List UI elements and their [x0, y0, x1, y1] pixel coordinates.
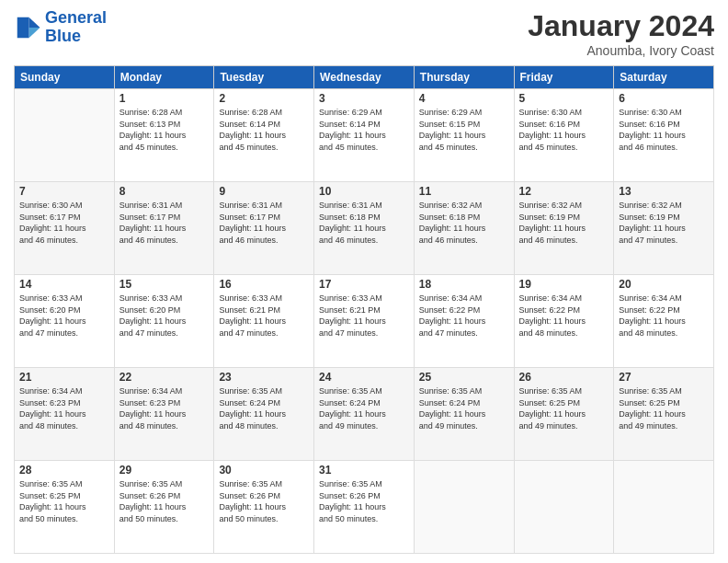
calendar-header-friday: Friday: [514, 66, 614, 89]
day-details: Sunrise: 6:30 AMSunset: 6:16 PMDaylight:…: [619, 107, 709, 153]
calendar-header-thursday: Thursday: [414, 66, 514, 89]
day-number: 28: [19, 464, 109, 477]
calendar-cell: 23Sunrise: 6:35 AMSunset: 6:24 PMDayligh…: [214, 368, 314, 461]
day-details: Sunrise: 6:35 AMSunset: 6:24 PMDaylight:…: [319, 385, 409, 431]
day-details: Sunrise: 6:34 AMSunset: 6:23 PMDaylight:…: [119, 385, 210, 431]
calendar-week-row: 28Sunrise: 6:35 AMSunset: 6:25 PMDayligh…: [15, 461, 714, 554]
calendar-cell: [614, 461, 714, 554]
day-number: 9: [219, 185, 309, 198]
calendar-cell: 11Sunrise: 6:32 AMSunset: 6:18 PMDayligh…: [414, 182, 514, 275]
day-number: 15: [119, 278, 210, 291]
calendar-cell: 16Sunrise: 6:33 AMSunset: 6:21 PMDayligh…: [214, 275, 314, 368]
calendar-cell: 10Sunrise: 6:31 AMSunset: 6:18 PMDayligh…: [314, 182, 415, 275]
day-number: 29: [119, 464, 210, 477]
day-number: 18: [419, 278, 509, 291]
day-number: 10: [319, 185, 409, 198]
day-number: 27: [619, 371, 709, 384]
day-details: Sunrise: 6:35 AMSunset: 6:26 PMDaylight:…: [319, 478, 409, 524]
day-number: 19: [519, 278, 609, 291]
day-details: Sunrise: 6:34 AMSunset: 6:23 PMDaylight:…: [19, 385, 109, 431]
day-details: Sunrise: 6:29 AMSunset: 6:15 PMDaylight:…: [419, 107, 509, 153]
calendar-cell: 9Sunrise: 6:31 AMSunset: 6:17 PMDaylight…: [214, 182, 314, 275]
day-details: Sunrise: 6:32 AMSunset: 6:19 PMDaylight:…: [519, 200, 609, 246]
day-number: 26: [519, 371, 609, 384]
calendar-cell: 12Sunrise: 6:32 AMSunset: 6:19 PMDayligh…: [514, 182, 614, 275]
day-details: Sunrise: 6:35 AMSunset: 6:25 PMDaylight:…: [519, 385, 609, 431]
calendar-cell: 29Sunrise: 6:35 AMSunset: 6:26 PMDayligh…: [114, 461, 214, 554]
day-details: Sunrise: 6:34 AMSunset: 6:22 PMDaylight:…: [519, 293, 609, 339]
logo-text: General Blue: [45, 9, 107, 46]
day-details: Sunrise: 6:31 AMSunset: 6:17 PMDaylight:…: [119, 200, 210, 246]
calendar-cell: 24Sunrise: 6:35 AMSunset: 6:24 PMDayligh…: [314, 368, 415, 461]
svg-marker-0: [29, 17, 40, 28]
calendar-cell: 4Sunrise: 6:29 AMSunset: 6:15 PMDaylight…: [414, 89, 514, 182]
calendar-cell: 17Sunrise: 6:33 AMSunset: 6:21 PMDayligh…: [314, 275, 415, 368]
logo-line1: General: [45, 8, 107, 27]
calendar-cell: [514, 461, 614, 554]
calendar-cell: 18Sunrise: 6:34 AMSunset: 6:22 PMDayligh…: [414, 275, 514, 368]
logo-line2: Blue: [45, 27, 81, 45]
day-details: Sunrise: 6:35 AMSunset: 6:24 PMDaylight:…: [419, 385, 509, 431]
calendar-week-row: 7Sunrise: 6:30 AMSunset: 6:17 PMDaylight…: [15, 182, 714, 275]
day-details: Sunrise: 6:30 AMSunset: 6:17 PMDaylight:…: [19, 200, 109, 246]
day-number: 11: [419, 185, 509, 198]
calendar-cell: 31Sunrise: 6:35 AMSunset: 6:26 PMDayligh…: [314, 461, 415, 554]
title-block: January 2024 Anoumba, Ivory Coast: [528, 9, 714, 58]
calendar-cell: 28Sunrise: 6:35 AMSunset: 6:25 PMDayligh…: [15, 461, 115, 554]
logo: General Blue: [14, 9, 107, 46]
day-details: Sunrise: 6:33 AMSunset: 6:20 PMDaylight:…: [19, 293, 109, 339]
day-number: 7: [19, 185, 109, 198]
calendar-week-row: 1Sunrise: 6:28 AMSunset: 6:13 PMDaylight…: [15, 89, 714, 182]
calendar-week-row: 14Sunrise: 6:33 AMSunset: 6:20 PMDayligh…: [15, 275, 714, 368]
calendar-cell: 7Sunrise: 6:30 AMSunset: 6:17 PMDaylight…: [15, 182, 115, 275]
day-details: Sunrise: 6:35 AMSunset: 6:26 PMDaylight:…: [219, 478, 309, 524]
calendar-header-tuesday: Tuesday: [214, 66, 314, 89]
calendar-cell: 19Sunrise: 6:34 AMSunset: 6:22 PMDayligh…: [514, 275, 614, 368]
day-number: 20: [619, 278, 709, 291]
svg-rect-2: [17, 17, 29, 39]
calendar-cell: 8Sunrise: 6:31 AMSunset: 6:17 PMDaylight…: [114, 182, 214, 275]
day-details: Sunrise: 6:28 AMSunset: 6:13 PMDaylight:…: [119, 107, 210, 153]
day-details: Sunrise: 6:30 AMSunset: 6:16 PMDaylight:…: [519, 107, 609, 153]
day-number: 23: [219, 371, 309, 384]
day-details: Sunrise: 6:35 AMSunset: 6:25 PMDaylight:…: [619, 385, 709, 431]
day-details: Sunrise: 6:33 AMSunset: 6:20 PMDaylight:…: [119, 293, 210, 339]
day-details: Sunrise: 6:34 AMSunset: 6:22 PMDaylight:…: [619, 293, 709, 339]
calendar-cell: 6Sunrise: 6:30 AMSunset: 6:16 PMDaylight…: [614, 89, 714, 182]
day-number: 1: [119, 92, 210, 105]
calendar-cell: [414, 461, 514, 554]
day-details: Sunrise: 6:29 AMSunset: 6:14 PMDaylight:…: [319, 107, 409, 153]
day-number: 3: [319, 92, 409, 105]
calendar-cell: 5Sunrise: 6:30 AMSunset: 6:16 PMDaylight…: [514, 89, 614, 182]
day-details: Sunrise: 6:35 AMSunset: 6:24 PMDaylight:…: [219, 385, 309, 431]
day-details: Sunrise: 6:35 AMSunset: 6:26 PMDaylight:…: [119, 478, 210, 524]
day-number: 25: [419, 371, 509, 384]
calendar-cell: 25Sunrise: 6:35 AMSunset: 6:24 PMDayligh…: [414, 368, 514, 461]
calendar-header-row: SundayMondayTuesdayWednesdayThursdayFrid…: [15, 66, 714, 89]
calendar-cell: 27Sunrise: 6:35 AMSunset: 6:25 PMDayligh…: [614, 368, 714, 461]
calendar-cell: 26Sunrise: 6:35 AMSunset: 6:25 PMDayligh…: [514, 368, 614, 461]
day-details: Sunrise: 6:28 AMSunset: 6:14 PMDaylight:…: [219, 107, 309, 153]
day-number: 2: [219, 92, 309, 105]
svg-marker-1: [29, 28, 40, 38]
calendar-cell: 22Sunrise: 6:34 AMSunset: 6:23 PMDayligh…: [114, 368, 214, 461]
calendar-week-row: 21Sunrise: 6:34 AMSunset: 6:23 PMDayligh…: [15, 368, 714, 461]
month-title: January 2024: [528, 9, 714, 43]
day-details: Sunrise: 6:35 AMSunset: 6:25 PMDaylight:…: [19, 478, 109, 524]
calendar-cell: 15Sunrise: 6:33 AMSunset: 6:20 PMDayligh…: [114, 275, 214, 368]
day-details: Sunrise: 6:31 AMSunset: 6:17 PMDaylight:…: [219, 200, 309, 246]
day-number: 5: [519, 92, 609, 105]
day-number: 21: [19, 371, 109, 384]
header: General Blue January 2024 Anoumba, Ivory…: [14, 9, 714, 58]
calendar-cell: 2Sunrise: 6:28 AMSunset: 6:14 PMDaylight…: [214, 89, 314, 182]
day-details: Sunrise: 6:31 AMSunset: 6:18 PMDaylight:…: [319, 200, 409, 246]
day-number: 6: [619, 92, 709, 105]
day-number: 30: [219, 464, 309, 477]
location-subtitle: Anoumba, Ivory Coast: [528, 43, 714, 58]
calendar-cell: 20Sunrise: 6:34 AMSunset: 6:22 PMDayligh…: [614, 275, 714, 368]
day-number: 24: [319, 371, 409, 384]
calendar-cell: 1Sunrise: 6:28 AMSunset: 6:13 PMDaylight…: [114, 89, 214, 182]
day-number: 4: [419, 92, 509, 105]
calendar-header-saturday: Saturday: [614, 66, 714, 89]
calendar-header-sunday: Sunday: [15, 66, 115, 89]
